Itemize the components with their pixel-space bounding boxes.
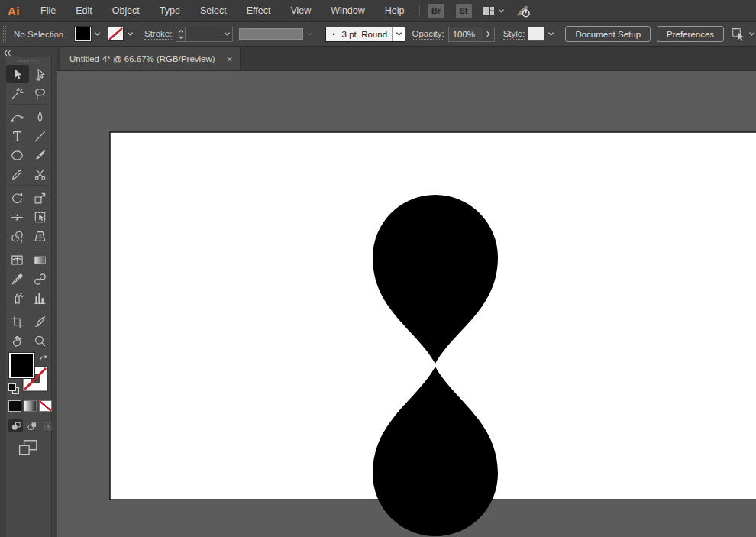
close-tab-icon[interactable]: ×	[227, 54, 233, 64]
selection-status: No Selection	[14, 30, 69, 39]
select-similar-chevron-icon[interactable]	[748, 31, 755, 37]
menu-item-effect[interactable]: Effect	[237, 5, 281, 16]
select-similar-icon[interactable]	[732, 27, 745, 41]
fill-color-swatch[interactable]	[75, 27, 91, 41]
blend-tool[interactable]	[29, 270, 52, 288]
draw-normal-button[interactable]	[8, 419, 23, 432]
scale-tool[interactable]	[29, 189, 52, 207]
stroke-color-swatch[interactable]	[108, 27, 124, 41]
menu-bar: Ai FileEditObjectTypeSelectEffectViewWin…	[0, 0, 756, 22]
opacity-input[interactable]: 100%	[448, 27, 483, 42]
color-mode-button[interactable]	[8, 400, 21, 412]
menu-item-type[interactable]: Type	[150, 5, 190, 16]
tab-bar: Untitled-4* @ 66.67% (RGB/Preview) ×	[57, 47, 756, 71]
rotate-tool[interactable]	[6, 189, 29, 207]
illustrator-window: { "menu_bar": { "logo": "Ai", "items": […	[0, 0, 756, 537]
tool-row	[6, 208, 51, 227]
panel-grip[interactable]	[6, 57, 51, 65]
symbol-sprayer-tool[interactable]	[6, 289, 29, 307]
stock-button[interactable]: St	[455, 3, 473, 18]
pen-tool[interactable]	[29, 108, 52, 126]
gradient-mode-button[interactable]	[24, 400, 37, 412]
variable-width-profile-select	[239, 28, 313, 40]
eyedropper-tool[interactable]	[6, 270, 29, 288]
stroke-weight-stepper[interactable]	[176, 27, 186, 42]
stepper-up-icon[interactable]	[178, 29, 184, 34]
opacity-label[interactable]: Opacity:	[412, 29, 444, 40]
control-bar-grip[interactable]	[3, 26, 6, 43]
line-segment-tool[interactable]	[29, 127, 52, 145]
ellipse-tool[interactable]	[6, 146, 29, 164]
zoom-tool[interactable]	[29, 332, 52, 350]
fill-stroke-indicator	[6, 353, 51, 467]
default-fill-stroke-icon[interactable]	[8, 383, 20, 395]
stroke-weight-select[interactable]	[186, 27, 233, 42]
tool-row	[6, 108, 51, 127]
brush-definition-value: 3 pt. Round	[342, 30, 387, 39]
artboard-tool[interactable]	[6, 312, 29, 331]
width-profile-chevron-icon	[306, 31, 313, 37]
curvature-tool[interactable]	[6, 108, 29, 126]
selection-tool[interactable]	[6, 65, 29, 83]
menu-items: FileEditObjectTypeSelectEffectViewWindow…	[31, 5, 415, 16]
document-setup-button[interactable]: Document Setup	[565, 26, 651, 42]
artboard-svg[interactable]	[57, 71, 756, 537]
draw-behind-button[interactable]	[24, 419, 39, 432]
none-mode-button[interactable]	[39, 400, 52, 412]
screen-mode-icon[interactable]	[18, 439, 38, 456]
menu-item-select[interactable]: Select	[190, 5, 237, 16]
gpu-performance-icon[interactable]	[515, 3, 531, 18]
stroke-weight-label[interactable]: Stroke:	[144, 29, 172, 40]
fill-indicator[interactable]	[9, 353, 34, 378]
style-chevron-down-icon[interactable]	[544, 27, 557, 41]
menu-item-object[interactable]: Object	[102, 5, 150, 16]
magic-wand-tool[interactable]	[6, 84, 29, 102]
tool-row	[6, 146, 51, 165]
width-tool[interactable]	[6, 208, 29, 226]
opacity-chevron-right-icon[interactable]	[483, 27, 495, 42]
canvas[interactable]	[57, 71, 756, 537]
menu-separator	[419, 5, 420, 17]
document-tab[interactable]: Untitled-4* @ 66.67% (RGB/Preview) ×	[60, 47, 241, 70]
style-swatch[interactable]	[528, 27, 544, 41]
tool-row	[6, 251, 51, 270]
stroke-chevron-down-icon[interactable]	[124, 27, 137, 41]
width-profile-preview	[239, 28, 303, 40]
tool-row	[6, 127, 51, 146]
arrange-documents-icon[interactable]	[483, 5, 495, 17]
column-graph-tool[interactable]	[29, 289, 52, 307]
scissors-tool[interactable]	[29, 165, 52, 183]
menu-item-help[interactable]: Help	[375, 5, 415, 16]
shape-builder-tool[interactable]	[6, 227, 29, 245]
tools-grid	[6, 65, 51, 351]
lasso-tool[interactable]	[29, 84, 52, 102]
style-label[interactable]: Style:	[503, 29, 525, 40]
control-bar: No Selection Stroke: • 3 pt. Round Opaci…	[0, 22, 756, 47]
menu-item-window[interactable]: Window	[321, 5, 374, 16]
menu-item-edit[interactable]: Edit	[66, 5, 102, 16]
preferences-button[interactable]: Preferences	[657, 26, 724, 42]
menu-item-view[interactable]: View	[280, 5, 321, 16]
stepper-down-icon[interactable]	[178, 35, 184, 40]
stroke-weight-chevron-icon[interactable]	[224, 31, 231, 37]
paintbrush-tool[interactable]	[29, 146, 52, 164]
bridge-button[interactable]: Br	[428, 3, 445, 18]
collapse-panel-icon[interactable]	[3, 50, 11, 57]
brush-definition-chevron-icon[interactable]	[392, 27, 405, 41]
direct-selection-tool[interactable]	[29, 65, 52, 83]
chevron-down-icon[interactable]	[498, 8, 505, 15]
type-tool[interactable]	[6, 127, 29, 145]
free-transform-tool[interactable]	[29, 208, 52, 226]
perspective-grid-tool[interactable]	[29, 227, 52, 245]
fill-chevron-down-icon[interactable]	[91, 27, 104, 41]
hand-tool[interactable]	[6, 332, 29, 350]
brush-definition-select[interactable]: • 3 pt. Round	[325, 27, 405, 42]
pencil-tool[interactable]	[6, 165, 29, 183]
gradient-tool[interactable]	[29, 251, 52, 269]
tool-row	[6, 189, 51, 208]
slice-tool[interactable]	[29, 312, 52, 331]
mesh-tool[interactable]	[6, 251, 29, 269]
draw-inside-button[interactable]	[40, 419, 55, 432]
menu-item-file[interactable]: File	[31, 5, 66, 16]
swap-fill-stroke-icon[interactable]	[38, 354, 50, 364]
